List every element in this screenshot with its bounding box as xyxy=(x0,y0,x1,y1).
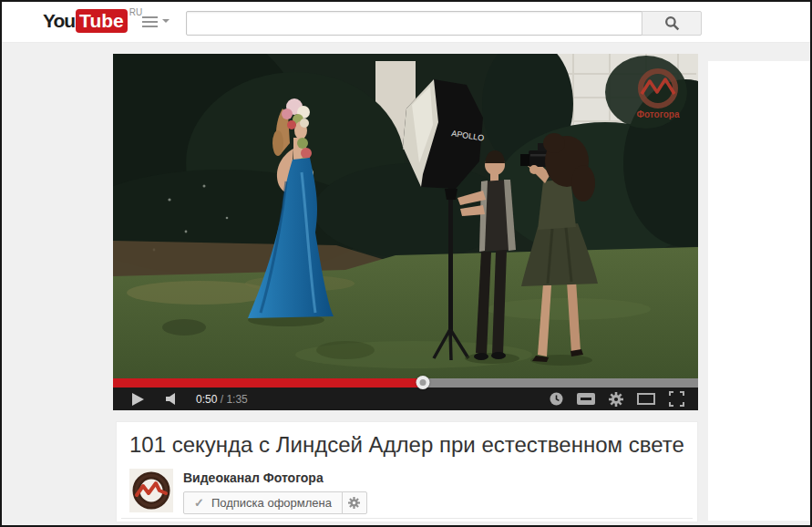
logo-you-text: You xyxy=(43,9,75,33)
time-separator: / xyxy=(217,393,226,406)
search-input[interactable] xyxy=(186,11,642,36)
watermark-label: Фотогора xyxy=(636,109,680,119)
related-sidebar-panel xyxy=(708,61,810,521)
fullscreen-button[interactable] xyxy=(669,391,684,407)
video-title: 101 секунда с Линдсей Адлер при естестве… xyxy=(129,432,684,458)
play-button[interactable] xyxy=(132,393,144,406)
video-info-card: 101 секунда с Линдсей Адлер при естестве… xyxy=(116,421,698,522)
duration: 1:35 xyxy=(226,393,247,406)
captions-icon xyxy=(577,393,595,405)
watch-later-button[interactable] xyxy=(550,392,563,406)
logo-tube-text: Tube xyxy=(76,9,128,33)
search-form xyxy=(186,11,702,36)
watch-later-icon xyxy=(550,392,563,406)
youtube-logo[interactable]: You Tube RU xyxy=(43,9,142,33)
volume-icon xyxy=(166,393,179,405)
progress-bar[interactable] xyxy=(113,378,698,388)
guide-menu-button[interactable] xyxy=(142,16,170,30)
search-icon xyxy=(664,16,680,31)
video-scene-background xyxy=(113,54,698,378)
theater-mode-icon xyxy=(637,393,655,405)
logo-region-label: RU xyxy=(129,7,142,17)
search-button[interactable] xyxy=(642,11,702,36)
site-header: You Tube RU xyxy=(0,0,812,43)
subscribed-label: Подписка оформлена xyxy=(211,496,332,510)
youtube-watch-page: You Tube RU xyxy=(0,0,812,527)
settings-gear-icon xyxy=(609,392,623,407)
theater-mode-button[interactable] xyxy=(637,393,655,405)
play-icon xyxy=(132,393,144,406)
subscribed-button[interactable]: ✓ Подписка оформлена xyxy=(183,491,343,514)
hamburger-icon xyxy=(142,16,158,30)
video-player: APOLLO xyxy=(113,54,698,410)
player-controls: 0:50 / 1:35 xyxy=(113,388,698,410)
settings-button[interactable] xyxy=(609,392,623,407)
fullscreen-icon xyxy=(669,391,684,407)
current-time: 0:50 xyxy=(196,393,217,406)
volume-button[interactable] xyxy=(166,393,179,405)
captions-button[interactable] xyxy=(577,393,595,405)
subscription-gear-icon xyxy=(348,497,360,509)
channel-name-link[interactable]: Видеоканал Фотогора xyxy=(183,470,367,485)
card-separator xyxy=(121,518,693,519)
time-display: 0:50 / 1:35 xyxy=(196,393,248,406)
subscribe-check-icon: ✓ xyxy=(194,496,204,510)
channel-avatar[interactable] xyxy=(129,469,173,512)
video-frame[interactable]: APOLLO xyxy=(113,54,698,378)
progress-scrubber[interactable] xyxy=(416,376,430,389)
channel-row: Видеоканал Фотогора ✓ Подписка оформлена xyxy=(129,469,697,514)
progress-played xyxy=(113,378,423,388)
chevron-down-icon xyxy=(162,19,170,23)
subscription-settings-button[interactable] xyxy=(342,491,367,514)
